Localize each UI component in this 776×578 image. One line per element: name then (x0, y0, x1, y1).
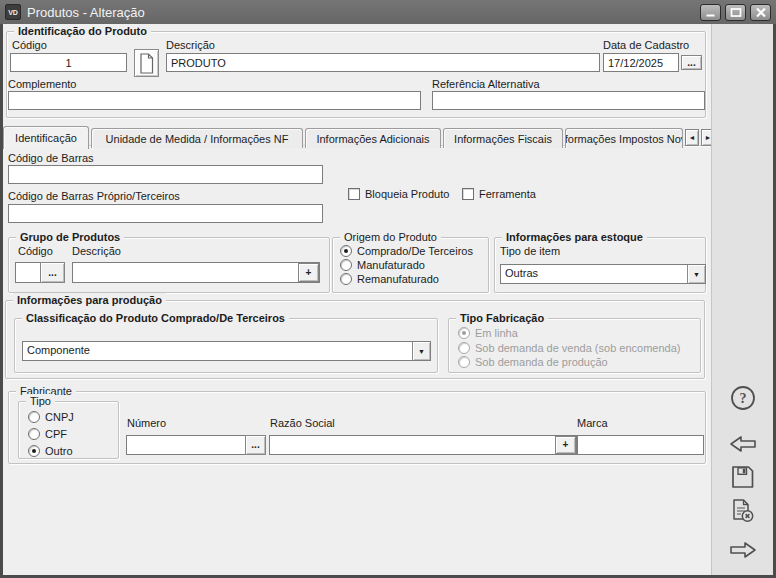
back-arrow-icon (729, 433, 757, 455)
radio-comprado-terceiros[interactable]: Comprado/De Terceiros (340, 245, 473, 257)
radio-remanufaturado[interactable]: Remanufaturado (340, 273, 439, 285)
radio-icon (28, 445, 40, 457)
close-icon (755, 7, 767, 18)
tab-bar: Identificação Unidade de Medida / Inform… (3, 125, 710, 148)
codigo-barras-terceiros-input[interactable] (8, 204, 323, 223)
radio-label: Sob demanda de venda (sob encomenda) (475, 342, 680, 354)
close-button[interactable] (750, 4, 771, 21)
radio-label: CNPJ (45, 411, 74, 423)
radio-sob-demanda-producao: Sob demanda de produção (458, 356, 608, 368)
minimize-icon (705, 7, 717, 18)
codigo-label: Código (12, 39, 47, 52)
tab-unidade-medida[interactable]: Unidade de Medida / Informações NF (91, 128, 303, 148)
svg-text:?: ? (740, 391, 747, 406)
razao-social-field: + (269, 435, 577, 455)
radio-sob-demanda-venda: Sob demanda de venda (sob encomenda) (458, 342, 680, 354)
radio-em-linha: Em linha (458, 327, 518, 339)
radio-icon (340, 245, 352, 257)
tipo-de-item-select[interactable]: Outras ▼ (500, 264, 706, 284)
ferramenta-label: Ferramenta (479, 188, 536, 201)
action-bar: ? (711, 24, 773, 575)
data-cadastro-input[interactable] (603, 53, 679, 72)
help-button[interactable]: ? (727, 382, 759, 413)
razao-social-add-button[interactable]: + (555, 436, 576, 454)
radio-icon (28, 411, 40, 423)
codigo-barras-input[interactable] (8, 165, 323, 184)
radio-icon (340, 259, 352, 271)
ferramenta-checkbox[interactable] (462, 188, 474, 200)
numero-browse-button[interactable]: ... (245, 435, 266, 455)
bloqueia-produto-label: Bloqueia Produto (365, 188, 449, 201)
razao-social-input[interactable] (270, 436, 555, 454)
complemento-label: Complemento (8, 78, 76, 91)
bloqueia-produto-checkbox[interactable] (348, 188, 360, 200)
classificacao-value: Componente (23, 342, 412, 360)
tipo-de-item-value: Outras (501, 265, 687, 283)
grupo-codigo-input[interactable] (15, 262, 41, 283)
referencia-alternativa-input[interactable] (432, 91, 705, 110)
razao-social-label: Razão Social (270, 417, 335, 430)
tipo-fabricacao-legend: Tipo Fabricação (456, 311, 548, 325)
window-title: Produtos - Alteração (27, 5, 696, 20)
save-icon (729, 463, 757, 491)
codigo-barras-label: Código de Barras (8, 152, 94, 165)
chevron-down-icon[interactable]: ▼ (412, 342, 430, 360)
grupo-codigo-browse-button[interactable]: ... (40, 262, 65, 283)
radio-cnpj[interactable]: CNPJ (28, 411, 74, 423)
app-window: VD Produtos - Alteração Identificação do… (0, 0, 776, 578)
estoque-legend: Informações para estoque (502, 230, 647, 244)
grupo-descricao-field: + (72, 262, 320, 283)
radio-label: Sob demanda de produção (475, 356, 608, 368)
producao-legend: Informações para produção (13, 293, 166, 307)
radio-label: Em linha (475, 327, 518, 339)
descricao-label: Descrição (166, 39, 215, 52)
data-cadastro-browse-button[interactable]: ... (681, 55, 702, 70)
document-icon (139, 53, 154, 74)
tab-informacoes-fiscais[interactable]: Informações Fiscais (443, 128, 563, 148)
grupo-descricao-input[interactable] (73, 263, 298, 282)
radio-label: Outro (45, 445, 73, 457)
tab-scroll-left-icon[interactable]: ◄ (685, 129, 699, 146)
radio-manufaturado[interactable]: Manufaturado (340, 259, 425, 271)
grupo-produtos-legend: Grupo de Produtos (16, 230, 124, 244)
title-bar[interactable]: VD Produtos - Alteração (0, 0, 776, 24)
classificacao-select[interactable]: Componente ▼ (22, 341, 431, 361)
codigo-barras-terceiros-label: Código de Barras Próprio/Terceiros (8, 190, 180, 203)
marca-input[interactable] (577, 435, 704, 455)
maximize-icon (730, 7, 742, 18)
radio-cpf[interactable]: CPF (28, 428, 67, 440)
radio-label: Remanufaturado (357, 273, 439, 285)
radio-outro[interactable]: Outro (28, 445, 73, 457)
product-id-legend: Identificação do Produto (14, 24, 151, 38)
radio-label: CPF (45, 428, 67, 440)
tipo-fabricacao-group: Tipo Fabricação Em linha Sob demanda de … (448, 318, 701, 373)
radio-icon (458, 327, 470, 339)
origem-produto-legend: Origem do Produto (340, 230, 441, 244)
numero-input[interactable] (126, 435, 246, 455)
save-button[interactable] (727, 461, 759, 492)
tab-identificacao[interactable]: Identificação (3, 126, 89, 149)
data-cadastro-label: Data de Cadastro (603, 39, 689, 52)
radio-icon (28, 428, 40, 440)
minimize-button[interactable] (700, 4, 721, 21)
marca-label: Marca (577, 417, 608, 430)
form-panel: Identificação do Produto Código Descriçã… (3, 24, 711, 575)
back-button[interactable] (727, 428, 759, 459)
new-document-button[interactable] (134, 49, 159, 77)
window-body: Identificação do Produto Código Descriçã… (0, 24, 776, 578)
complemento-input[interactable] (8, 91, 421, 110)
radio-label: Manufaturado (357, 259, 425, 271)
maximize-button[interactable] (725, 4, 746, 21)
tab-informacoes-impostos[interactable]: Informações Impostos Novo (565, 128, 683, 148)
cancel-document-icon (729, 497, 757, 525)
radio-label: Comprado/De Terceiros (357, 245, 473, 257)
tab-informacoes-adicionais[interactable]: Informações Adicionais (305, 128, 441, 148)
radio-icon (458, 356, 470, 368)
cancel-button[interactable] (727, 495, 759, 526)
forward-arrow-icon (729, 539, 757, 561)
grupo-descricao-add-button[interactable]: + (298, 263, 319, 282)
forward-button[interactable] (727, 534, 759, 565)
codigo-input[interactable] (10, 53, 127, 72)
chevron-down-icon[interactable]: ▼ (687, 265, 705, 283)
descricao-input[interactable] (166, 53, 600, 72)
